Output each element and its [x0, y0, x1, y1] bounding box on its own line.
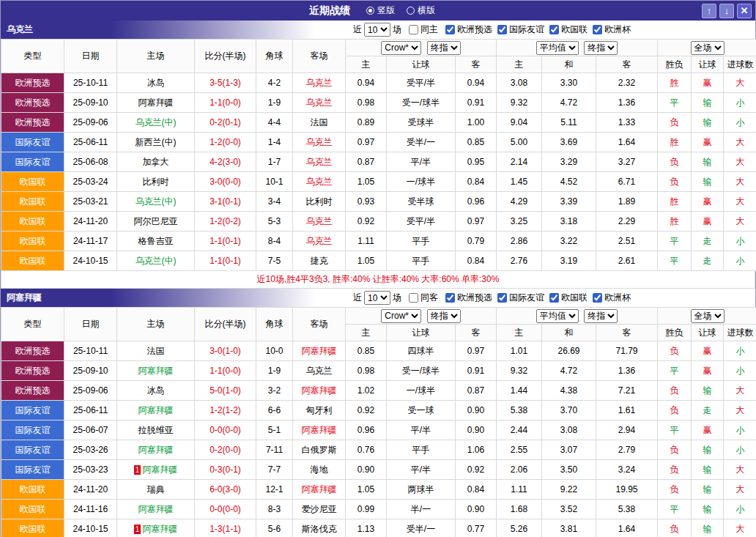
home-team-name[interactable]: 乌克兰(中) [136, 256, 177, 266]
away-team-name[interactable]: 阿塞拜疆 [302, 346, 337, 356]
score[interactable]: 1-2(0-2) [195, 212, 256, 232]
home-team-name[interactable]: 乌克兰(中) [136, 117, 177, 127]
away-team-name[interactable]: 乌克兰 [306, 216, 333, 226]
same-venue-checkbox[interactable]: 同客 [404, 292, 438, 304]
away-team-name[interactable]: 捷克 [311, 256, 328, 266]
away-team-name[interactable]: 爱沙尼亚 [302, 504, 337, 514]
league-checkbox[interactable]: 欧国联 [544, 23, 588, 36]
avg-select[interactable]: 平均值 [536, 309, 579, 323]
home-team-name[interactable]: 阿塞拜疆 [138, 445, 174, 455]
score[interactable]: 1-2(1-2) [195, 401, 256, 421]
score[interactable]: 1-1(0-0) [195, 361, 256, 381]
move-up-button[interactable]: ↑ [702, 4, 716, 18]
home-team-name[interactable]: 加拿大 [143, 157, 169, 167]
col-avg-home: 主 [497, 56, 542, 73]
score[interactable]: 0-2(0-0) [195, 440, 256, 460]
odds-stage-select[interactable]: 终指 [427, 309, 461, 323]
home-team-name[interactable]: 冰岛 [147, 78, 165, 88]
radio-horizontal-layout[interactable]: 横版 [407, 4, 435, 17]
home-team-name[interactable]: 瑞典 [147, 484, 165, 495]
away-team-name[interactable]: 比利时 [306, 196, 333, 207]
score[interactable]: 1-2(0-0) [195, 133, 256, 152]
away-team-name[interactable]: 乌克兰 [306, 78, 333, 88]
league-checkbox[interactable]: 欧洲杯 [588, 292, 631, 304]
bookmaker-select[interactable]: Crow* [381, 309, 421, 323]
away-team-name[interactable]: 斯洛伐克 [302, 524, 337, 534]
score[interactable]: 0-0(0-0) [195, 421, 256, 440]
away-team-name[interactable]: 乌克兰 [306, 157, 333, 167]
home-team-name[interactable]: 阿塞拜疆 [142, 524, 177, 534]
home-team-name[interactable]: 阿塞拜疆 [138, 366, 174, 376]
score[interactable]: 0-0(0-0) [195, 500, 256, 519]
score[interactable]: 6-0(3-0) [195, 480, 256, 500]
score[interactable]: 3-1(0-1) [195, 192, 256, 212]
close-button[interactable]: ✕ [737, 4, 752, 18]
odds-stage-select[interactable]: 终指 [427, 41, 461, 55]
score[interactable]: 5-0(1-0) [195, 381, 256, 401]
home-team-name[interactable]: 乌克兰(中) [136, 196, 177, 207]
away-team-cell: 乌克兰 [293, 361, 346, 381]
league-checkbox[interactable]: 欧国联 [544, 292, 588, 304]
home-team-name[interactable]: 阿尔巴尼亚 [134, 216, 178, 226]
avg-away-odds: 1.36 [596, 93, 658, 113]
score[interactable]: 3-0(1-0) [195, 341, 256, 361]
home-team-name[interactable]: 阿塞拜疆 [138, 97, 174, 108]
avg-away-odds: 1.64 [596, 133, 658, 152]
match-date: 25-03-26 [64, 440, 117, 460]
full-match-select[interactable]: 全场 [691, 309, 724, 323]
home-team-name[interactable]: 冰岛 [147, 385, 165, 396]
home-team-name[interactable]: 阿塞拜疆 [138, 504, 174, 514]
avg-select[interactable]: 平均值 [536, 41, 579, 55]
home-team-name[interactable]: 新西兰(中) [136, 137, 177, 147]
match-date: 25-06-08 [64, 152, 117, 172]
score[interactable]: 4-2(3-0) [195, 152, 256, 172]
score[interactable]: 0-2(0-1) [195, 113, 256, 133]
away-team-name[interactable]: 海地 [311, 464, 328, 475]
result-handicap: 输 [692, 113, 724, 133]
score[interactable]: 0-3(0-1) [195, 460, 256, 480]
avg-stage-select[interactable]: 终指 [584, 309, 618, 323]
home-team-name[interactable]: 阿塞拜疆 [142, 464, 177, 475]
avg-stage-select[interactable]: 终指 [584, 41, 618, 55]
score[interactable]: 3-0(0-0) [195, 172, 256, 192]
away-team-cell: 乌克兰 [293, 133, 346, 152]
move-down-button[interactable]: ↓ [719, 4, 734, 18]
away-team-name[interactable]: 法国 [311, 117, 328, 127]
league-checkbox[interactable]: 欧洲预选 [440, 23, 492, 36]
recent-count-select[interactable]: 10 [364, 23, 390, 37]
home-team-name[interactable]: 阿塞拜疆 [138, 405, 174, 415]
score[interactable]: 1-1(0-1) [195, 251, 256, 271]
score[interactable]: 3-5(1-3) [195, 73, 256, 93]
away-team-name[interactable]: 白俄罗斯 [302, 445, 337, 455]
away-team-name[interactable]: 乌克兰 [306, 177, 333, 187]
score[interactable]: 1-1(0-0) [195, 93, 256, 113]
away-team-name[interactable]: 匈牙利 [306, 405, 333, 415]
same-venue-checkbox[interactable]: 同主 [404, 23, 438, 36]
away-team-name[interactable]: 阿塞拜疆 [302, 385, 337, 396]
away-team-cell: 乌克兰 [293, 152, 346, 172]
away-team-name[interactable]: 乌克兰 [306, 236, 333, 246]
full-match-select[interactable]: 全场 [691, 41, 724, 55]
away-team-name[interactable]: 阿塞拜疆 [302, 484, 337, 495]
score[interactable]: 1-3(1-1) [195, 519, 256, 537]
away-team-name[interactable]: 乌克兰 [306, 366, 333, 376]
away-team-name[interactable]: 乌克兰 [306, 97, 333, 108]
result-handicap: 走 [692, 401, 724, 421]
league-checkbox[interactable]: 欧洲预选 [440, 292, 492, 304]
home-team-name[interactable]: 格鲁吉亚 [138, 236, 174, 246]
home-team-cell: 阿尔巴尼亚 [117, 212, 195, 232]
home-team-name[interactable]: 拉脱维亚 [138, 425, 174, 435]
handicap-line: 四球半 [387, 341, 456, 361]
recent-count-select[interactable]: 10 [364, 291, 390, 305]
bookmaker-select[interactable]: Crow* [381, 41, 421, 55]
radio-vertical-layout[interactable]: 竖版 [366, 4, 395, 17]
score[interactable]: 1-1(0-1) [195, 232, 256, 251]
home-team-name[interactable]: 法国 [147, 346, 165, 356]
away-team-name[interactable]: 乌克兰 [306, 137, 333, 147]
league-checkbox[interactable]: 国际友谊 [492, 292, 544, 304]
league-checkbox[interactable]: 国际友谊 [492, 23, 544, 36]
away-team-name[interactable]: 阿塞拜疆 [302, 425, 337, 435]
league-checkbox[interactable]: 欧洲杯 [588, 23, 631, 36]
result-handicap: 赢 [692, 192, 724, 212]
home-team-name[interactable]: 比利时 [143, 177, 169, 187]
